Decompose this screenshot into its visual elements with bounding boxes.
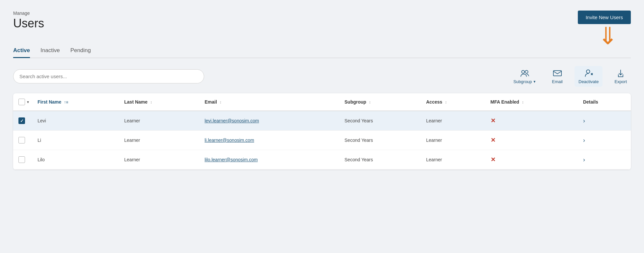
table-row: LiloLearnerlilo.learner@sonosim.comSecon…: [13, 150, 631, 170]
tab-inactive[interactable]: Inactive: [40, 47, 60, 58]
details-arrow-icon[interactable]: ›: [583, 156, 585, 163]
cell-last-name: Learner: [120, 131, 201, 150]
cell-email[interactable]: lilo.learner@sonosim.com: [201, 150, 340, 170]
th-subgroup[interactable]: Subgroup ↕: [340, 93, 422, 111]
email-button[interactable]: Email: [548, 66, 567, 87]
th-access[interactable]: Access ↕: [422, 93, 486, 111]
th-email[interactable]: Email ↕: [201, 93, 340, 111]
svg-point-3: [586, 70, 590, 74]
subgroup-sort-icon: ↕: [369, 100, 371, 105]
th-checkbox: ▼: [13, 93, 34, 111]
manage-label: Manage: [13, 11, 44, 16]
tabs-row: Active Inactive Pending: [13, 47, 631, 58]
th-first-name[interactable]: First Name ↑≡: [34, 93, 120, 111]
first-name-sort-icon: ↑≡: [64, 100, 68, 105]
cell-details[interactable]: ›: [579, 111, 631, 131]
select-all-checkbox[interactable]: [18, 99, 25, 105]
subgroup-label: Subgroup: [513, 79, 532, 84]
orange-arrow-icon: ⇓: [598, 24, 618, 48]
email-link[interactable]: levi.learner@sonosim.com: [204, 118, 259, 123]
cell-access: Learner: [422, 131, 486, 150]
details-arrow-icon[interactable]: ›: [583, 137, 585, 143]
last-name-sort-icon: ↕: [150, 100, 152, 105]
mfa-false-icon: ✕: [491, 156, 496, 163]
th-last-name[interactable]: Last Name ↕: [120, 93, 201, 111]
table-row: LiLearnerli.learner@sonosim.comSecond Ye…: [13, 131, 631, 150]
export-label: Export: [614, 79, 627, 84]
mfa-false-icon: ✕: [491, 137, 496, 143]
cell-subgroup: Second Years: [340, 111, 422, 131]
details-arrow-icon[interactable]: ›: [583, 117, 585, 124]
cell-mfa-enabled: ✕: [487, 150, 579, 170]
svg-rect-2: [553, 71, 561, 76]
email-sort-icon: ↕: [220, 100, 222, 105]
cell-mfa-enabled: ✕: [487, 111, 579, 131]
deactivate-label: Deactivate: [578, 79, 599, 84]
checkbox-dropdown-caret[interactable]: ▼: [26, 100, 30, 104]
cell-access: Learner: [422, 150, 486, 170]
subgroup-caret-icon: ▼: [533, 80, 536, 83]
invite-new-users-button[interactable]: Invite New Users: [578, 11, 631, 24]
cell-details[interactable]: ›: [579, 131, 631, 150]
th-mfa-enabled[interactable]: MFA Enabled ↕: [487, 93, 579, 111]
users-table-container: ▼ First Name ↑≡ Last Name ↕ Email ↕ Subg…: [13, 93, 631, 170]
cell-mfa-enabled: ✕: [487, 131, 579, 150]
cell-first-name: Levi: [34, 111, 120, 131]
cell-email[interactable]: li.learner@sonosim.com: [201, 131, 340, 150]
cell-details[interactable]: ›: [579, 150, 631, 170]
row-checkbox-unchecked[interactable]: [18, 137, 25, 143]
cell-last-name: Learner: [120, 150, 201, 170]
cell-subgroup: Second Years: [340, 150, 422, 170]
cell-first-name: Li: [34, 131, 120, 150]
tab-active[interactable]: Active: [13, 47, 30, 58]
svg-point-0: [522, 70, 524, 73]
cell-email[interactable]: levi.learner@sonosim.com: [201, 111, 340, 131]
tab-pending[interactable]: Pending: [70, 47, 91, 58]
users-table: ▼ First Name ↑≡ Last Name ↕ Email ↕ Subg…: [13, 93, 631, 170]
email-link[interactable]: li.learner@sonosim.com: [204, 138, 254, 143]
mfa-sort-icon: ↕: [522, 100, 524, 105]
access-sort-icon: ↕: [445, 100, 447, 105]
action-buttons: Subgroup ▼ Email Deactivate: [509, 66, 631, 87]
email-link[interactable]: lilo.learner@sonosim.com: [204, 157, 257, 162]
subgroup-button[interactable]: Subgroup ▼: [509, 66, 540, 87]
cell-access: Learner: [422, 111, 486, 131]
cell-subgroup: Second Years: [340, 131, 422, 150]
toolbar: Subgroup ▼ Email Deactivate: [13, 66, 631, 87]
row-checkbox-checked[interactable]: [18, 117, 25, 124]
cell-first-name: Lilo: [34, 150, 120, 170]
mfa-false-icon: ✕: [491, 117, 496, 124]
export-button[interactable]: Export: [610, 66, 631, 87]
search-input[interactable]: [13, 69, 204, 83]
email-label: Email: [552, 79, 563, 84]
table-row: LeviLearnerlevi.learner@sonosim.comSecon…: [13, 111, 631, 131]
svg-point-1: [525, 70, 528, 73]
deactivate-button[interactable]: Deactivate: [575, 66, 603, 87]
page-title: Users: [13, 16, 44, 30]
cell-last-name: Learner: [120, 111, 201, 131]
row-checkbox-unchecked[interactable]: [18, 156, 25, 163]
th-details: Details: [579, 93, 631, 111]
